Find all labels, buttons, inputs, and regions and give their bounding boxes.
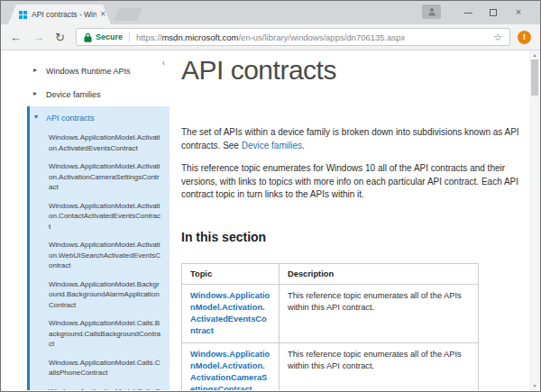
bookmark-star-icon[interactable]: ☆ — [493, 32, 502, 43]
browser-toolbar: ← → ↻ Secure https://msdn.microsoft.com/… — [1, 24, 540, 50]
sidebar-subitem[interactable]: Windows.ApplicationModel.Calls.CallsVoip… — [49, 387, 162, 391]
contracts-table: Topic Description Windows.ApplicationMod… — [181, 263, 479, 391]
window-controls: × — [422, 5, 531, 19]
address-bar[interactable]: Secure https://msdn.microsoft.com/en-us/… — [76, 28, 510, 46]
chevron-right-icon: ▸ — [33, 66, 37, 74]
reload-icon[interactable]: ↻ — [55, 32, 65, 43]
sidebar-subitem[interactable]: Windows.ApplicationModel.Activation.Acti… — [49, 161, 162, 193]
chevron-down-icon: ▾ — [34, 113, 38, 121]
close-button[interactable]: × — [506, 5, 531, 19]
url-scheme: https:// — [136, 32, 162, 42]
intro-text-end: . — [302, 141, 305, 150]
topic-cell: Windows.ApplicationModel.Activation.Acti… — [182, 284, 280, 342]
page-title: API contracts — [181, 55, 527, 86]
new-tab-button[interactable] — [114, 8, 143, 21]
sidebar-item-windows-runtime-apis[interactable]: ▸ Windows Runtime APIs — [1, 59, 170, 83]
chevron-right-icon: ▸ — [33, 89, 37, 97]
browser-window: API contracts - Windows × × ← → ↻ Secure — [0, 0, 541, 392]
table-header-description: Description — [280, 263, 479, 284]
description-paragraph: This reference topic enumerates for Wind… — [181, 162, 526, 202]
description-cell: This reference topic enumerates all of t… — [280, 342, 479, 390]
content-scrollbar[interactable]: ▲ ▼ — [529, 50, 540, 390]
secure-label: Secure — [96, 32, 123, 41]
table-row: Windows.ApplicationModel.Activation.Acti… — [182, 284, 479, 342]
sidebar-subitem[interactable]: Windows.ApplicationModel.Activation.Cont… — [49, 201, 162, 232]
scroll-down-icon[interactable]: ▼ — [529, 383, 540, 388]
sidebar-nav: ‹ ▸ Windows Runtime APIs ▸ Device famili… — [1, 50, 170, 390]
url-domain: msdn.microsoft.com — [161, 32, 238, 42]
table-header-topic: Topic — [182, 263, 280, 284]
minimize-button[interactable] — [455, 5, 481, 19]
topic-link[interactable]: Windows.ApplicationModel.Activation.Acti… — [190, 291, 270, 335]
sidebar-item-label: Device families — [46, 90, 101, 99]
forward-icon[interactable]: → — [32, 32, 44, 43]
maximize-button[interactable] — [481, 5, 506, 19]
profile-icon[interactable] — [422, 5, 441, 19]
intro-paragraph: The set of APIs within a device family i… — [181, 126, 526, 152]
back-icon[interactable]: ← — [10, 32, 22, 43]
scrollbar-thumb[interactable] — [531, 59, 538, 96]
sidebar-subitem[interactable]: Windows.ApplicationModel.Activation.WebU… — [49, 240, 162, 271]
topic-link[interactable]: Windows.ApplicationModel.Activation.Acti… — [190, 350, 270, 391]
table-header-row: Topic Description — [182, 263, 479, 284]
sidebar-selected-section: ▾ API contracts Windows.ApplicationModel… — [27, 106, 170, 390]
menu-update-badge-icon[interactable]: ! — [518, 31, 531, 44]
scroll-up-icon[interactable]: ▲ — [529, 52, 540, 58]
sidebar-subitem[interactable]: Windows.ApplicationModel.Background.Back… — [49, 279, 162, 311]
tab-title: API contracts - Windows — [32, 10, 96, 19]
sidebar-subitem[interactable]: Windows.ApplicationModel.Calls.CallsPhon… — [49, 358, 162, 378]
browser-tab[interactable]: API contracts - Windows × — [8, 5, 111, 24]
sidebar-subitem[interactable]: Windows.ApplicationModel.Calls.Backgroun… — [49, 318, 162, 350]
sidebar-item-label: Windows Runtime APIs — [46, 67, 131, 76]
sidebar-item-api-contracts[interactable]: ▾ API contracts — [30, 106, 170, 130]
padlock-icon — [84, 32, 92, 42]
section-heading: In this section — [181, 230, 527, 244]
device-families-link[interactable]: Device families — [242, 141, 302, 150]
sidebar-item-device-families[interactable]: ▸ Device families — [1, 83, 170, 106]
url-path: /en-us/library/windows/apps/dn706135.asp… — [238, 32, 405, 42]
description-cell: This reference topic enumerates all of t… — [280, 284, 479, 342]
person-icon — [427, 7, 436, 16]
sidebar-subitem[interactable]: Windows.ApplicationModel.Activation.Acti… — [49, 132, 162, 153]
omnibox-divider — [129, 32, 130, 42]
tab-close-icon[interactable]: × — [100, 10, 105, 19]
article: API contracts The set of APIs within a d… — [181, 50, 527, 390]
url-text: https://msdn.microsoft.com/en-us/library… — [136, 32, 405, 42]
page-content: ‹ ▸ Windows Runtime APIs ▸ Device famili… — [1, 50, 540, 390]
tab-strip: API contracts - Windows × × — [1, 1, 540, 24]
sidebar-children: Windows.ApplicationModel.Activation.Acti… — [30, 130, 170, 390]
intro-text: The set of APIs within a device family i… — [181, 127, 519, 150]
sidebar-item-label: API contracts — [46, 114, 95, 123]
topic-cell: Windows.ApplicationModel.Activation.Acti… — [182, 342, 280, 390]
windows-logo-favicon — [19, 11, 27, 19]
table-row: Windows.ApplicationModel.Activation.Acti… — [182, 342, 479, 390]
